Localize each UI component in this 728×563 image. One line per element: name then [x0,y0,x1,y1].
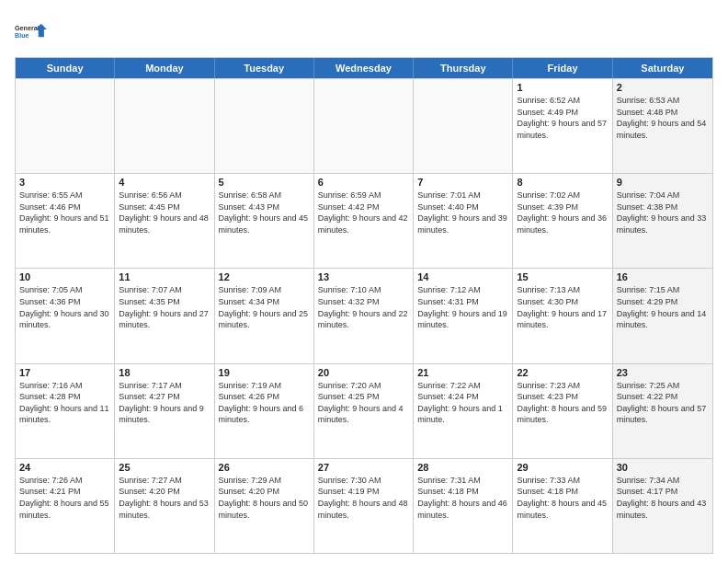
calendar-header-sunday: Sunday [16,58,115,78]
cell-info: Sunrise: 7:30 AM Sunset: 4:19 PM Dayligh… [318,475,409,521]
cell-info: Sunrise: 7:27 AM Sunset: 4:20 PM Dayligh… [119,475,210,521]
cell-info: Sunrise: 7:07 AM Sunset: 4:35 PM Dayligh… [119,284,210,330]
calendar-cell-8: 8Sunrise: 7:02 AM Sunset: 4:39 PM Daylig… [513,174,612,268]
calendar: SundayMondayTuesdayWednesdayThursdayFrid… [15,57,713,554]
calendar-cell-20: 20Sunrise: 7:20 AM Sunset: 4:25 PM Dayli… [314,364,414,458]
logo-svg: General Blue [15,15,48,48]
cell-info: Sunrise: 7:10 AM Sunset: 4:32 PM Dayligh… [318,284,409,330]
day-number: 17 [19,367,110,378]
calendar-cell-12: 12Sunrise: 7:09 AM Sunset: 4:34 PM Dayli… [215,269,314,362]
day-number: 14 [417,271,508,282]
calendar-cell-empty-0-3 [314,79,414,173]
calendar-row-1: 3Sunrise: 6:55 AM Sunset: 4:46 PM Daylig… [16,173,712,268]
day-number: 1 [517,82,608,93]
day-number: 27 [318,462,409,473]
cell-info: Sunrise: 7:31 AM Sunset: 4:18 PM Dayligh… [417,475,508,521]
cell-info: Sunrise: 7:12 AM Sunset: 4:31 PM Dayligh… [417,284,508,330]
cell-info: Sunrise: 7:02 AM Sunset: 4:39 PM Dayligh… [517,190,608,236]
calendar-cell-1: 1Sunrise: 6:52 AM Sunset: 4:49 PM Daylig… [513,79,612,173]
day-number: 6 [318,177,409,188]
day-number: 2 [617,82,709,93]
calendar-cell-13: 13Sunrise: 7:10 AM Sunset: 4:32 PM Dayli… [314,269,414,362]
calendar-cell-7: 7Sunrise: 7:01 AM Sunset: 4:40 PM Daylig… [414,174,513,268]
cell-info: Sunrise: 6:53 AM Sunset: 4:48 PM Dayligh… [617,95,709,141]
calendar-cell-27: 27Sunrise: 7:30 AM Sunset: 4:19 PM Dayli… [314,459,414,553]
cell-info: Sunrise: 7:15 AM Sunset: 4:29 PM Dayligh… [617,284,709,330]
calendar-cell-3: 3Sunrise: 6:55 AM Sunset: 4:46 PM Daylig… [16,174,115,268]
calendar-row-0: 1Sunrise: 6:52 AM Sunset: 4:49 PM Daylig… [16,78,712,173]
day-number: 10 [19,271,110,282]
calendar-header-row: SundayMondayTuesdayWednesdayThursdayFrid… [16,58,712,78]
cell-info: Sunrise: 6:59 AM Sunset: 4:42 PM Dayligh… [318,190,409,236]
calendar-cell-21: 21Sunrise: 7:22 AM Sunset: 4:24 PM Dayli… [414,364,513,458]
cell-info: Sunrise: 7:19 AM Sunset: 4:26 PM Dayligh… [219,380,310,426]
calendar-row-4: 24Sunrise: 7:26 AM Sunset: 4:21 PM Dayli… [16,458,712,553]
calendar-cell-30: 30Sunrise: 7:34 AM Sunset: 4:17 PM Dayli… [613,459,712,553]
day-number: 18 [119,367,210,378]
calendar-cell-17: 17Sunrise: 7:16 AM Sunset: 4:28 PM Dayli… [16,364,115,458]
cell-info: Sunrise: 7:01 AM Sunset: 4:40 PM Dayligh… [417,190,508,236]
calendar-header-tuesday: Tuesday [215,58,314,78]
calendar-cell-15: 15Sunrise: 7:13 AM Sunset: 4:30 PM Dayli… [513,269,612,362]
calendar-cell-4: 4Sunrise: 6:56 AM Sunset: 4:45 PM Daylig… [115,174,214,268]
day-number: 3 [19,177,110,188]
calendar-header-monday: Monday [115,58,214,78]
cell-info: Sunrise: 7:09 AM Sunset: 4:34 PM Dayligh… [219,284,310,330]
day-number: 30 [617,462,709,473]
cell-info: Sunrise: 7:04 AM Sunset: 4:38 PM Dayligh… [617,190,709,236]
cell-info: Sunrise: 6:52 AM Sunset: 4:49 PM Dayligh… [517,95,608,141]
calendar-cell-empty-0-4 [414,79,513,173]
calendar-cell-24: 24Sunrise: 7:26 AM Sunset: 4:21 PM Dayli… [16,459,115,553]
calendar-body: 1Sunrise: 6:52 AM Sunset: 4:49 PM Daylig… [16,78,712,553]
day-number: 16 [617,271,709,282]
calendar-cell-18: 18Sunrise: 7:17 AM Sunset: 4:27 PM Dayli… [115,364,214,458]
day-number: 8 [517,177,608,188]
cell-info: Sunrise: 7:17 AM Sunset: 4:27 PM Dayligh… [119,380,210,426]
cell-info: Sunrise: 7:22 AM Sunset: 4:24 PM Dayligh… [417,380,508,426]
day-number: 13 [318,271,409,282]
calendar-cell-26: 26Sunrise: 7:29 AM Sunset: 4:20 PM Dayli… [215,459,314,553]
cell-info: Sunrise: 7:20 AM Sunset: 4:25 PM Dayligh… [318,380,409,426]
cell-info: Sunrise: 7:16 AM Sunset: 4:28 PM Dayligh… [19,380,110,426]
calendar-cell-28: 28Sunrise: 7:31 AM Sunset: 4:18 PM Dayli… [414,459,513,553]
logo: General Blue [15,15,48,48]
cell-info: Sunrise: 7:33 AM Sunset: 4:18 PM Dayligh… [517,475,608,521]
svg-text:General: General [15,24,40,32]
svg-text:Blue: Blue [15,31,29,40]
calendar-cell-19: 19Sunrise: 7:19 AM Sunset: 4:26 PM Dayli… [215,364,314,458]
calendar-cell-14: 14Sunrise: 7:12 AM Sunset: 4:31 PM Dayli… [414,269,513,362]
day-number: 29 [517,462,608,473]
day-number: 26 [219,462,310,473]
calendar-cell-2: 2Sunrise: 6:53 AM Sunset: 4:48 PM Daylig… [613,79,712,173]
day-number: 5 [219,177,310,188]
day-number: 4 [119,177,210,188]
cell-info: Sunrise: 6:58 AM Sunset: 4:43 PM Dayligh… [219,190,310,236]
day-number: 25 [119,462,210,473]
day-number: 28 [417,462,508,473]
header: General Blue [15,15,713,48]
calendar-cell-5: 5Sunrise: 6:58 AM Sunset: 4:43 PM Daylig… [215,174,314,268]
cell-info: Sunrise: 7:26 AM Sunset: 4:21 PM Dayligh… [19,475,110,521]
day-number: 20 [318,367,409,378]
calendar-cell-23: 23Sunrise: 7:25 AM Sunset: 4:22 PM Dayli… [613,364,712,458]
day-number: 22 [517,367,608,378]
day-number: 11 [119,271,210,282]
calendar-header-friday: Friday [513,58,612,78]
calendar-cell-25: 25Sunrise: 7:27 AM Sunset: 4:20 PM Dayli… [115,459,214,553]
calendar-header-saturday: Saturday [613,58,712,78]
cell-info: Sunrise: 6:56 AM Sunset: 4:45 PM Dayligh… [119,190,210,236]
calendar-cell-11: 11Sunrise: 7:07 AM Sunset: 4:35 PM Dayli… [115,269,214,362]
calendar-cell-10: 10Sunrise: 7:05 AM Sunset: 4:36 PM Dayli… [16,269,115,362]
calendar-header-thursday: Thursday [414,58,513,78]
calendar-cell-9: 9Sunrise: 7:04 AM Sunset: 4:38 PM Daylig… [613,174,712,268]
calendar-row-2: 10Sunrise: 7:05 AM Sunset: 4:36 PM Dayli… [16,268,712,362]
calendar-cell-29: 29Sunrise: 7:33 AM Sunset: 4:18 PM Dayli… [513,459,612,553]
cell-info: Sunrise: 7:13 AM Sunset: 4:30 PM Dayligh… [517,284,608,330]
day-number: 9 [617,177,709,188]
cell-info: Sunrise: 6:55 AM Sunset: 4:46 PM Dayligh… [19,190,110,236]
calendar-row-3: 17Sunrise: 7:16 AM Sunset: 4:28 PM Dayli… [16,363,712,458]
calendar-header-wednesday: Wednesday [314,58,414,78]
calendar-cell-22: 22Sunrise: 7:23 AM Sunset: 4:23 PM Dayli… [513,364,612,458]
cell-info: Sunrise: 7:25 AM Sunset: 4:22 PM Dayligh… [617,380,709,426]
day-number: 12 [219,271,310,282]
